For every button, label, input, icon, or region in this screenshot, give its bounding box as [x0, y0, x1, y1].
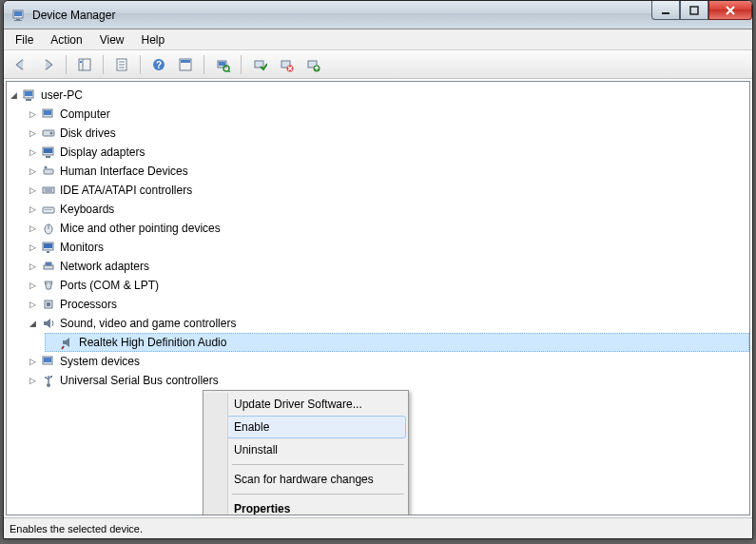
tree-item-display[interactable]: ▷ Display adapters: [26, 143, 749, 162]
svg-point-55: [46, 282, 48, 284]
context-menu-scan[interactable]: Scan for hardware changes: [205, 468, 406, 491]
svg-rect-37: [46, 156, 50, 158]
network-icon: [41, 259, 56, 274]
expand-icon[interactable]: ▷: [28, 109, 37, 119]
maximize-button[interactable]: [680, 1, 708, 20]
titlebar[interactable]: Device Manager: [4, 1, 752, 29]
mouse-icon: [41, 221, 56, 236]
expand-icon[interactable]: ▷: [28, 300, 37, 309]
tree-item-monitors[interactable]: ▷ Monitors: [26, 238, 749, 257]
forward-button[interactable]: [36, 53, 59, 76]
computer-icon: [22, 87, 37, 103]
menu-view[interactable]: View: [92, 31, 132, 49]
svg-rect-8: [80, 61, 82, 63]
expand-icon[interactable]: ▷: [28, 262, 37, 271]
svg-point-56: [49, 282, 51, 284]
expand-icon[interactable]: ▷: [28, 223, 37, 233]
tree-item-label: Network adapters: [60, 258, 149, 275]
collapse-icon[interactable]: ◢: [28, 319, 37, 328]
tree-item-network[interactable]: ▷ Network adapters: [26, 257, 749, 276]
processor-icon: [41, 297, 56, 312]
help-button[interactable]: ?: [147, 53, 170, 76]
computer-icon: [41, 107, 56, 122]
tree-item-label: Realtek High Definition Audio: [79, 334, 226, 351]
ports-icon: [41, 278, 56, 293]
tree-item-computer[interactable]: ▷ Computer: [26, 105, 749, 124]
svg-rect-58: [47, 302, 50, 306]
usb-icon: [41, 373, 56, 388]
enable-button[interactable]: [248, 53, 271, 76]
expand-icon[interactable]: ▷: [28, 185, 37, 195]
expand-icon[interactable]: ▷: [28, 357, 37, 366]
menu-help[interactable]: Help: [134, 31, 173, 49]
svg-point-63: [45, 377, 47, 379]
tree-item-ports[interactable]: ▷ Ports (COM & LPT): [26, 276, 749, 295]
tree-item-system[interactable]: ▷ System devices: [26, 352, 749, 371]
context-menu-properties[interactable]: Properties: [205, 497, 406, 515]
uninstall-button[interactable]: [275, 53, 298, 76]
scan-hardware-button[interactable]: [211, 53, 234, 76]
context-menu: Update Driver Software... Enable Uninsta…: [203, 390, 409, 515]
tree-item-sound[interactable]: ◢ Sound, video and game controllers: [26, 314, 749, 333]
tree-item-label: IDE ATA/ATAPI controllers: [60, 182, 192, 199]
svg-rect-2: [16, 19, 20, 20]
toolbar: ?: [4, 50, 752, 79]
device-tree-panel[interactable]: ◢ user-PC ▷ Computer ▷ Disk dr: [6, 81, 750, 515]
tree-item-realtek-audio[interactable]: ▷ Realtek High Definition Audio: [45, 333, 749, 352]
toolbar-separator: [103, 55, 104, 74]
expand-icon[interactable]: ▷: [28, 128, 37, 138]
device-manager-window: Device Manager File Action View Help: [3, 0, 753, 539]
expand-icon[interactable]: ▷: [28, 166, 37, 176]
context-menu-separator: [232, 464, 404, 465]
statusbar: Enables the selected device.: [4, 517, 752, 538]
close-button[interactable]: [708, 1, 752, 20]
svg-rect-5: [690, 7, 698, 14]
svg-rect-21: [255, 61, 263, 68]
svg-rect-16: [181, 60, 190, 63]
svg-rect-6: [79, 59, 90, 70]
svg-rect-1: [14, 11, 22, 16]
svg-text:?: ?: [156, 60, 162, 70]
tree-item-label: Sound, video and game controllers: [60, 315, 236, 332]
menu-file[interactable]: File: [8, 31, 41, 49]
svg-line-20: [228, 70, 230, 72]
context-menu-separator: [232, 494, 404, 495]
tree-item-usb[interactable]: ▷ Universal Serial Bus controllers: [26, 371, 749, 390]
tree-item-label: Computer: [60, 106, 110, 123]
expand-icon[interactable]: ▷: [28, 243, 37, 252]
collapse-icon[interactable]: ◢: [9, 90, 18, 100]
tree-root[interactable]: ◢ user-PC: [7, 86, 749, 105]
show-hide-tree-button[interactable]: [73, 53, 96, 76]
toolbar-separator: [241, 55, 242, 74]
system-icon: [41, 354, 56, 369]
svg-rect-47: [50, 209, 51, 210]
tree-item-label: Processors: [60, 296, 117, 313]
svg-rect-64: [50, 376, 52, 378]
properties-button[interactable]: [110, 53, 133, 76]
back-button[interactable]: [10, 53, 32, 76]
expand-icon[interactable]: ▷: [28, 147, 37, 157]
tree-item-mice[interactable]: ▷ Mice and other pointing devices: [26, 219, 749, 238]
tree-item-keyboards[interactable]: ▷ Keyboards: [26, 200, 749, 219]
minimize-button[interactable]: [651, 1, 680, 20]
tree-item-ide[interactable]: ▷ IDE ATA/ATAPI controllers: [26, 181, 749, 200]
action-button[interactable]: [174, 53, 197, 76]
tree-item-label: Ports (COM & LPT): [60, 277, 159, 294]
expand-icon[interactable]: ▷: [28, 376, 37, 385]
context-menu-uninstall[interactable]: Uninstall: [205, 438, 406, 461]
expand-icon[interactable]: ▷: [28, 281, 37, 290]
expand-icon[interactable]: ▷: [28, 204, 37, 214]
context-menu-enable[interactable]: Enable: [205, 416, 406, 438]
tree-item-hid[interactable]: ▷ Human Interface Devices: [26, 162, 749, 181]
menu-action[interactable]: Action: [43, 31, 89, 49]
svg-rect-40: [43, 187, 54, 193]
svg-rect-38: [44, 169, 53, 174]
svg-rect-54: [46, 262, 51, 265]
svg-rect-3: [14, 20, 22, 21]
tree-item-disk[interactable]: ▷ Disk drives: [26, 124, 749, 143]
tree-item-processors[interactable]: ▷ Processors: [26, 295, 749, 314]
context-menu-update-driver[interactable]: Update Driver Software...: [205, 393, 406, 416]
update-driver-button[interactable]: [301, 53, 324, 76]
monitor-icon: [41, 240, 56, 255]
toolbar-separator: [204, 55, 204, 74]
